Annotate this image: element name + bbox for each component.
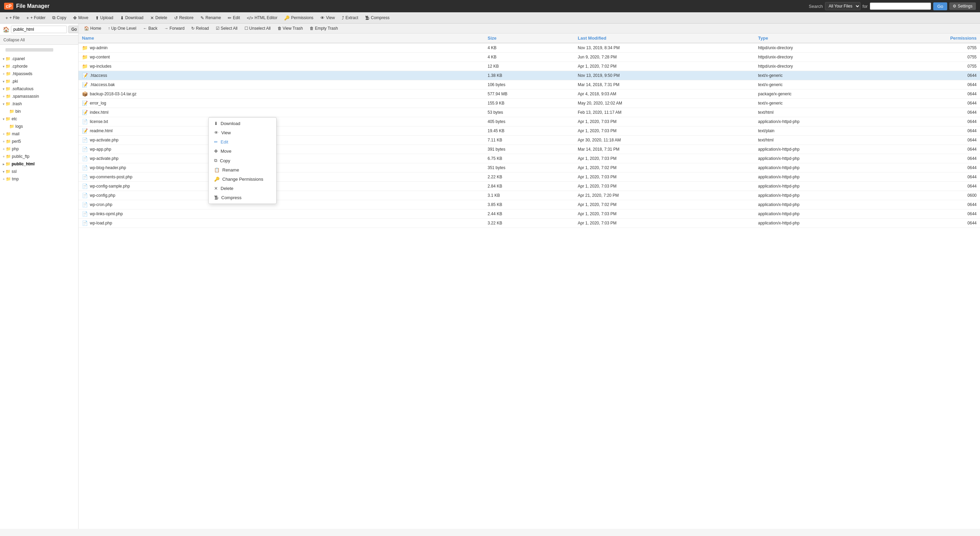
ctx-compress[interactable]: 🗜 Compress — [208, 193, 276, 202]
new-file-button[interactable]: + + File — [3, 14, 22, 22]
table-row[interactable]: 📁 wp-admin 4 KB Nov 13, 2019, 8:34 PM ht… — [78, 43, 980, 53]
file-name-cell[interactable]: 📁 wp-includes — [78, 62, 484, 71]
folder-expand-icon: ▾ — [3, 80, 5, 83]
delete-button[interactable]: ✕ Delete — [148, 14, 170, 22]
html-editor-label: HTML Editor — [255, 15, 278, 20]
html-editor-button[interactable]: </> HTML Editor — [244, 14, 280, 22]
ctx-download[interactable]: ⬇ Download — [208, 119, 276, 128]
copy-button[interactable]: ⧉ Copy — [49, 14, 69, 22]
table-row[interactable]: 📝 index.html 53 bytes Feb 13, 2020, 11:1… — [78, 108, 980, 117]
ctx-permissions[interactable]: 🔑 Change Permissions — [208, 175, 276, 184]
empty-trash-button[interactable]: 🗑 Empty Trash — [307, 25, 341, 32]
col-header-size[interactable]: Size — [484, 34, 574, 43]
home-nav-button[interactable]: 🏠 Home — [81, 25, 104, 32]
file-name-cell[interactable]: 📁 wp-admin — [78, 43, 484, 53]
sidebar-item-ssl[interactable]: ▾ 📁 ssl — [0, 168, 78, 175]
sidebar-item-public_html[interactable]: ▸ 📁 public_html — [0, 160, 78, 168]
col-header-name[interactable]: Name — [78, 34, 484, 43]
ctx-rename[interactable]: 📋 Rename — [208, 165, 276, 175]
view-trash-button[interactable]: 🗑 View Trash — [275, 25, 305, 32]
file-name-cell[interactable]: 📄 wp-comments-post.php — [78, 172, 484, 182]
ctx-edit[interactable]: ✏ Edit — [208, 137, 276, 147]
table-row[interactable]: 📝 error_log 155.9 KB May 20, 2020, 12:02… — [78, 99, 980, 108]
permissions-button[interactable]: 🔑 Permissions — [282, 14, 316, 22]
table-row[interactable]: 📁 wp-includes 12 KB Apr 1, 2020, 7:02 PM… — [78, 62, 980, 71]
file-name-cell[interactable]: 📝 index.html — [78, 108, 484, 117]
table-row[interactable]: 📦 backup-2018-03-14.tar.gz 577.94 MB Apr… — [78, 89, 980, 99]
collapse-all-button[interactable]: Collapse All — [0, 35, 78, 45]
extract-button[interactable]: ⤴ Extract — [339, 14, 361, 22]
table-row[interactable]: 📄 wp-load.php 3.22 KB Apr 1, 2020, 7:03 … — [78, 219, 980, 228]
path-input[interactable] — [11, 26, 67, 33]
file-name-cell[interactable]: 📄 wp-blog-header.php — [78, 163, 484, 172]
file-name-cell[interactable]: 📄 wp-cron.php — [78, 200, 484, 209]
move-button[interactable]: ✥ Move — [70, 14, 91, 22]
table-header-row: Name Size Last Modified Type Permissions — [78, 34, 980, 43]
sidebar-item-perl5[interactable]: + 📁 perl5 — [0, 138, 78, 145]
folder-icon: 📁 — [5, 161, 11, 166]
select-all-button[interactable]: ☑ Select All — [213, 25, 240, 32]
upload-button[interactable]: ⬆ Upload — [92, 14, 116, 22]
new-folder-button[interactable]: + + Folder — [24, 14, 48, 22]
table-row[interactable]: 📝 .htaccess.bak 106 bytes Mar 14, 2018, … — [78, 80, 980, 89]
path-go-button[interactable]: Go — [68, 26, 78, 33]
file-name-label: wp-config.php — [90, 193, 115, 198]
sidebar-item-php[interactable]: + 📁 php — [0, 145, 78, 153]
sidebar-item-cphorde[interactable]: ▾ 📁 .cphorde — [0, 62, 78, 70]
file-name-cell[interactable]: 📝 error_log — [78, 99, 484, 108]
file-name-cell[interactable]: 📦 backup-2018-03-14.tar.gz — [78, 89, 484, 99]
table-row[interactable]: 📝 .htaccess 1.38 KB Nov 13, 2019, 9:50 P… — [78, 71, 980, 80]
sidebar-item-tmp[interactable]: + 📁 tmp — [0, 175, 78, 183]
settings-button[interactable]: ⚙ Settings — [949, 2, 976, 10]
file-name-cell[interactable]: 📄 wp-app.php — [78, 145, 484, 154]
ctx-delete[interactable]: ✕ Delete — [208, 184, 276, 193]
sidebar-item-spamassassin[interactable]: + 📁 .spamassassin — [0, 93, 78, 100]
file-name-cell[interactable]: 📝 .htaccess.bak — [78, 80, 484, 89]
table-row[interactable]: 📄 wp-links-opml.php 2.44 KB Apr 1, 2020,… — [78, 209, 980, 219]
col-header-permissions[interactable]: Permissions — [890, 34, 980, 43]
file-name-cell[interactable]: 📄 wp-config-sample.php — [78, 182, 484, 191]
file-name-cell[interactable]: 📄 wp-activate.php — [78, 136, 484, 145]
ctx-move[interactable]: ✥ Move — [208, 147, 276, 156]
file-name-cell[interactable]: 📝 readme.html — [78, 126, 484, 136]
rename-button[interactable]: ✎ Rename — [198, 14, 224, 22]
sidebar-item-cpanel[interactable]: ▾ 📁 .cpanel — [0, 55, 78, 62]
file-name-cell[interactable]: 📝 .htaccess — [78, 71, 484, 80]
ctx-view[interactable]: 👁 View — [208, 128, 276, 137]
table-row[interactable]: 📁 wp-content 4 KB Jun 9, 2020, 7:28 PM h… — [78, 53, 980, 62]
reload-button[interactable]: ↻ Reload — [188, 25, 212, 32]
edit-button[interactable]: ✏ Edit — [225, 14, 243, 22]
back-button[interactable]: ← Back — [140, 25, 160, 32]
download-button[interactable]: ⬇ Download — [118, 14, 146, 22]
sidebar-item-pki[interactable]: ▾ 📁 .pki — [0, 78, 78, 85]
restore-button[interactable]: ↺ Restore — [172, 14, 196, 22]
col-header-type[interactable]: Type — [755, 34, 890, 43]
search-input[interactable] — [870, 2, 931, 10]
file-name-cell[interactable]: 📄 wp-load.php — [78, 219, 484, 228]
file-name-cell[interactable]: 📁 wp-content — [78, 53, 484, 62]
sidebar-item-htpasswds[interactable]: + 📁 .htpasswds — [0, 70, 78, 78]
search-go-button[interactable]: Go — [933, 2, 947, 10]
file-name-cell[interactable]: 📄 wp-config.php — [78, 191, 484, 200]
sidebar-item-logs[interactable]: 📁 logs — [0, 123, 78, 130]
file-name-cell[interactable]: 📄 wp-links-opml.php — [78, 209, 484, 219]
ctx-copy[interactable]: ⧉ Copy — [208, 156, 276, 165]
sidebar-item-etc[interactable]: ▾ 📁 etc — [0, 115, 78, 123]
sidebar-item-bin[interactable]: 📁 bin — [0, 108, 78, 115]
file-name-cell[interactable]: 📄 wp-activate.php — [78, 154, 484, 163]
sidebar-item-softaculous[interactable]: ▾ 📁 .softaculous — [0, 85, 78, 93]
forward-button[interactable]: → Forward — [162, 25, 187, 32]
compress-button[interactable]: 🗜 Compress — [362, 14, 392, 22]
unselect-all-button[interactable]: ☐ Unselect All — [242, 25, 274, 32]
view-button[interactable]: 👁 View — [318, 14, 338, 22]
col-header-modified[interactable]: Last Modified — [574, 34, 755, 43]
search-scope-select[interactable]: All Your Files — [825, 2, 861, 10]
file-name-cell[interactable]: 📄 license.txt — [78, 117, 484, 126]
sidebar-item-trash[interactable]: ▾ 📁 .trash — [0, 100, 78, 108]
up-one-level-button[interactable]: ↑ Up One Level — [105, 25, 139, 32]
sidebar-home-button[interactable]: 🏠 — [3, 26, 10, 33]
file-name-label: wp-blog-header.php — [90, 165, 126, 170]
file-type-cell: text/html — [755, 108, 890, 117]
sidebar-item-public_ftp[interactable]: + 📁 public_ftp — [0, 153, 78, 160]
sidebar-item-mail[interactable]: + 📁 mail — [0, 130, 78, 138]
